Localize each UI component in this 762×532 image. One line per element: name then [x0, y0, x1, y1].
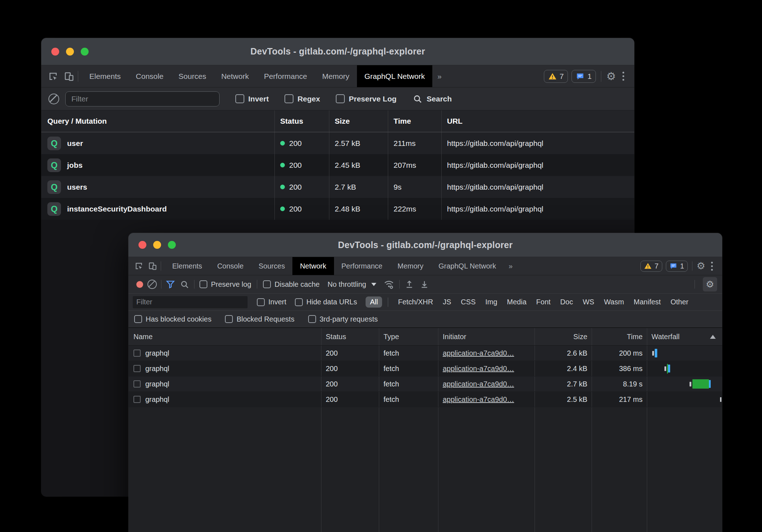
- row-checkbox[interactable]: [133, 365, 141, 372]
- filter-type-ws[interactable]: WS: [583, 298, 594, 306]
- hide-data-urls-checkbox[interactable]: Hide data URLs: [295, 298, 357, 306]
- filter-type-doc[interactable]: Doc: [560, 298, 573, 306]
- graphql-row-users[interactable]: Qusers2002.7 kB9shttps://gitlab.com/api/…: [41, 176, 634, 198]
- settings-gear-icon[interactable]: ⚙: [697, 261, 705, 271]
- filter-type-fetch-xhr[interactable]: Fetch/XHR: [398, 298, 433, 306]
- checkbox[interactable]: [235, 94, 244, 103]
- column-header-initiator[interactable]: Initiator: [438, 328, 535, 345]
- checkbox[interactable]: [225, 315, 233, 323]
- zoom-window-button[interactable]: [81, 48, 89, 56]
- titlebar[interactable]: DevTools - gitlab.com/-/graphql-explorer: [41, 38, 634, 65]
- record-network-log-button[interactable]: [136, 281, 143, 288]
- column-header-size[interactable]: Size: [329, 110, 388, 132]
- clear-network-log-icon[interactable]: [147, 280, 157, 289]
- filter-type-media[interactable]: Media: [507, 298, 526, 306]
- tab-elements[interactable]: Elements: [165, 257, 210, 275]
- filter-type-js[interactable]: JS: [443, 298, 451, 306]
- filter-type-font[interactable]: Font: [536, 298, 551, 306]
- preserve-log-checkbox[interactable]: Preserve log: [199, 280, 251, 289]
- checkbox[interactable]: [199, 280, 207, 288]
- tab-performance[interactable]: Performance: [334, 257, 390, 275]
- throttling-dropdown[interactable]: No throttling: [328, 280, 376, 289]
- row-checkbox[interactable]: [133, 396, 141, 403]
- more-options-kebab-icon[interactable]: [620, 72, 627, 81]
- inspect-element-icon[interactable]: [134, 261, 144, 271]
- checkbox[interactable]: [308, 315, 316, 323]
- device-toolbar-icon[interactable]: [64, 71, 74, 82]
- tab-sources[interactable]: Sources: [171, 65, 214, 87]
- tab-graphql-network[interactable]: GraphQL Network: [357, 65, 432, 87]
- disable-cache-checkbox[interactable]: Disable cache: [263, 280, 320, 289]
- blocked-requests-checkbox[interactable]: Blocked Requests: [225, 315, 294, 323]
- graphql-row-jobs[interactable]: Qjobs2002.45 kB207mshttps://gitlab.com/a…: [41, 154, 634, 176]
- checkbox[interactable]: [284, 94, 293, 103]
- inspect-element-icon[interactable]: [48, 71, 58, 82]
- filter-type-css[interactable]: CSS: [461, 298, 476, 306]
- row-checkbox[interactable]: [133, 350, 141, 357]
- has-blocked-cookies-checkbox[interactable]: Has blocked cookies: [134, 315, 211, 323]
- search-icon[interactable]: [180, 280, 189, 289]
- initiator-link[interactable]: application-a7ca9d0…: [443, 365, 514, 373]
- filter-type-manifest[interactable]: Manifest: [634, 298, 661, 306]
- import-har-icon[interactable]: [405, 280, 414, 289]
- minimize-window-button[interactable]: [66, 48, 74, 56]
- filter-type-other[interactable]: Other: [671, 298, 688, 306]
- invert-checkbox[interactable]: Invert: [235, 94, 269, 103]
- initiator-link[interactable]: application-a7ca9d0…: [443, 395, 514, 404]
- column-header-time[interactable]: Time: [592, 328, 647, 345]
- tab-network[interactable]: Network: [214, 65, 257, 87]
- column-header-type[interactable]: Type: [379, 328, 438, 345]
- column-header-query-mutation[interactable]: Query / Mutation: [41, 110, 274, 132]
- tab-console[interactable]: Console: [210, 257, 251, 275]
- graphql-row-user[interactable]: Quser2002.57 kB211mshttps://gitlab.com/a…: [41, 132, 634, 154]
- network-row-graphql[interactable]: graphql200fetchapplication-a7ca9d0…2.6 k…: [128, 346, 722, 361]
- tab-memory[interactable]: Memory: [315, 65, 357, 87]
- filter-type-img[interactable]: Img: [485, 298, 497, 306]
- checkbox[interactable]: [257, 298, 265, 306]
- tab-memory[interactable]: Memory: [390, 257, 431, 275]
- column-header-url[interactable]: URL: [441, 110, 634, 132]
- network-row-graphql[interactable]: graphql200fetchapplication-a7ca9d0…2.7 k…: [128, 376, 722, 392]
- preserve-log-checkbox[interactable]: Preserve Log: [336, 94, 396, 103]
- column-header-size[interactable]: Size: [535, 328, 592, 345]
- export-har-icon[interactable]: [420, 280, 429, 289]
- initiator-link[interactable]: application-a7ca9d0…: [443, 349, 514, 357]
- tab-sources[interactable]: Sources: [251, 257, 292, 275]
- invert-checkbox[interactable]: Invert: [257, 298, 286, 306]
- row-checkbox[interactable]: [133, 380, 141, 388]
- minimize-window-button[interactable]: [153, 241, 161, 249]
- filter-type-all[interactable]: All: [366, 296, 382, 308]
- column-header-name[interactable]: Name: [128, 328, 321, 345]
- close-window-button[interactable]: [138, 241, 146, 249]
- warnings-badge[interactable]: 7: [544, 70, 568, 83]
- issues-badge[interactable]: 1: [666, 261, 688, 272]
- tab-network[interactable]: Network: [292, 257, 334, 275]
- column-header-waterfall[interactable]: Waterfall: [647, 328, 722, 345]
- network-row-graphql[interactable]: graphql200fetchapplication-a7ca9d0…2.4 k…: [128, 361, 722, 376]
- device-toolbar-icon[interactable]: [148, 261, 157, 271]
- clear-icon[interactable]: [48, 94, 59, 104]
- checkbox[interactable]: [336, 94, 345, 103]
- more-tabs-chevron-icon[interactable]: »: [504, 262, 518, 270]
- checkbox[interactable]: [295, 298, 303, 306]
- search-control[interactable]: Search: [413, 94, 452, 104]
- network-row-graphql[interactable]: graphql200fetchapplication-a7ca9d0…2.5 k…: [128, 392, 722, 407]
- network-settings-button[interactable]: ⚙: [703, 277, 717, 291]
- warnings-badge[interactable]: 7: [640, 261, 662, 272]
- issues-badge[interactable]: 1: [572, 70, 596, 83]
- column-header-status[interactable]: Status: [274, 110, 329, 132]
- initiator-link[interactable]: application-a7ca9d0…: [443, 380, 514, 388]
- filter-funnel-icon[interactable]: [166, 280, 175, 289]
- regex-checkbox[interactable]: Regex: [284, 94, 320, 103]
- more-options-kebab-icon[interactable]: [708, 262, 716, 271]
- filter-input[interactable]: [65, 91, 220, 106]
- network-filter-input[interactable]: [133, 296, 248, 308]
- tab-graphql-network[interactable]: GraphQL Network: [431, 257, 503, 275]
- tab-performance[interactable]: Performance: [257, 65, 315, 87]
- zoom-window-button[interactable]: [168, 241, 176, 249]
- column-header-time[interactable]: Time: [388, 110, 441, 132]
- settings-gear-icon[interactable]: ⚙: [606, 71, 616, 82]
- titlebar[interactable]: DevTools - gitlab.com/-/graphql-explorer: [128, 233, 722, 257]
- checkbox[interactable]: [134, 315, 142, 323]
- checkbox[interactable]: [263, 280, 271, 288]
